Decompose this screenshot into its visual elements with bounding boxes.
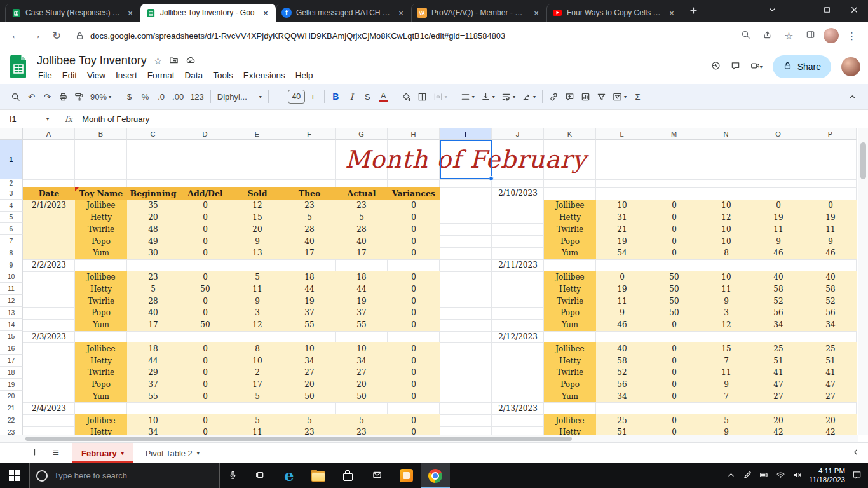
all-sheets-button[interactable]: ≡ bbox=[47, 444, 65, 462]
windows-ink-button[interactable] bbox=[743, 470, 752, 482]
value-cell[interactable]: 13 bbox=[231, 247, 283, 259]
value-cell[interactable]: 50 bbox=[179, 283, 231, 295]
sheet-tab-february[interactable]: February▾ bbox=[72, 443, 133, 463]
value-cell[interactable]: 18 bbox=[127, 342, 179, 355]
value-cell[interactable]: 20 bbox=[231, 223, 283, 235]
value-cell[interactable]: 0 bbox=[648, 247, 700, 259]
value-cell[interactable]: 28 bbox=[336, 223, 388, 235]
value-cell[interactable]: 10 bbox=[700, 235, 752, 247]
value-cell[interactable]: 0 bbox=[179, 295, 231, 307]
value-cell[interactable]: 0 bbox=[388, 247, 440, 259]
new-tab-button[interactable] bbox=[684, 3, 702, 20]
value-cell[interactable]: 40 bbox=[804, 271, 857, 283]
value-cell[interactable]: 0 bbox=[648, 355, 700, 367]
maximize-button[interactable] bbox=[813, 0, 841, 22]
row-header-1[interactable]: 1 bbox=[0, 140, 23, 179]
value-cell[interactable]: 20 bbox=[804, 414, 857, 426]
value-cell[interactable]: 0 bbox=[179, 426, 231, 435]
create-filter-button[interactable] bbox=[593, 88, 609, 105]
value-cell[interactable]: 29 bbox=[127, 367, 179, 379]
value-cell[interactable]: 3 bbox=[700, 307, 752, 319]
value-cell[interactable]: 0 bbox=[179, 391, 231, 403]
value-cell[interactable]: 5 bbox=[283, 212, 336, 224]
value-cell[interactable]: 19 bbox=[336, 295, 388, 307]
value-cell[interactable]: 0 bbox=[388, 223, 440, 235]
taskbar-app-edge[interactable]: e bbox=[275, 463, 304, 488]
table-header-cell[interactable]: Variances bbox=[388, 187, 440, 200]
value-cell[interactable]: 0 bbox=[388, 414, 440, 426]
value-cell[interactable]: 0 bbox=[648, 379, 700, 391]
text-rotation-button[interactable]: ▾ bbox=[519, 88, 539, 105]
value-cell[interactable]: 46 bbox=[752, 247, 804, 259]
value-cell[interactable]: 52 bbox=[752, 295, 804, 307]
value-cell[interactable]: 7 bbox=[700, 355, 752, 367]
value-cell[interactable]: 5 bbox=[231, 414, 283, 426]
row-header-17[interactable]: 17 bbox=[0, 355, 23, 367]
value-cell[interactable]: 12 bbox=[700, 212, 752, 224]
value-cell[interactable]: 0 bbox=[179, 342, 231, 355]
value-cell[interactable]: 21 bbox=[596, 223, 648, 235]
column-header-E[interactable]: E bbox=[231, 128, 283, 140]
value-cell[interactable]: 51 bbox=[804, 355, 857, 367]
value-cell[interactable]: 50 bbox=[283, 391, 336, 403]
value-cell[interactable]: 8 bbox=[700, 247, 752, 259]
borders-button[interactable] bbox=[414, 88, 430, 105]
sheets-logo-icon[interactable] bbox=[10, 55, 27, 81]
value-cell[interactable]: 0 bbox=[648, 212, 700, 224]
table-header-cell[interactable]: Beginning bbox=[127, 187, 179, 200]
value-cell[interactable]: 49 bbox=[127, 235, 179, 247]
action-center-button[interactable] bbox=[852, 470, 862, 482]
toy-name-cell[interactable]: Yum bbox=[75, 319, 127, 331]
value-cell[interactable]: 0 bbox=[179, 200, 231, 212]
bold-button[interactable]: B bbox=[328, 88, 344, 105]
table-header-cell[interactable]: Actual bbox=[336, 187, 388, 200]
reload-button[interactable]: ↻ bbox=[47, 26, 66, 45]
browser-profile-avatar[interactable] bbox=[824, 28, 839, 43]
value-cell[interactable]: 11 bbox=[596, 295, 648, 307]
value-cell[interactable]: 10 bbox=[231, 355, 283, 367]
tab-close-button[interactable]: × bbox=[261, 8, 271, 18]
value-cell[interactable]: 56 bbox=[804, 307, 857, 319]
taskbar-app-store[interactable] bbox=[333, 463, 362, 488]
decrease-font-size-button[interactable]: − bbox=[272, 88, 288, 105]
value-cell[interactable]: 0 bbox=[388, 200, 440, 212]
value-cell[interactable]: 25 bbox=[596, 414, 648, 426]
row-header-10[interactable]: 10 bbox=[0, 271, 23, 283]
value-cell[interactable]: 34 bbox=[804, 319, 857, 331]
toy-name-cell[interactable]: Hetty bbox=[75, 283, 127, 295]
toy-name-cell[interactable]: Jollibee bbox=[544, 342, 596, 355]
merge-cells-button[interactable]: ▾ bbox=[430, 88, 451, 105]
value-cell[interactable]: 0 bbox=[648, 414, 700, 426]
value-cell[interactable]: 47 bbox=[804, 379, 857, 391]
value-cell[interactable]: 0 bbox=[388, 235, 440, 247]
column-header-L[interactable]: L bbox=[596, 128, 648, 140]
network-indicator[interactable] bbox=[776, 470, 785, 482]
value-cell[interactable]: 35 bbox=[127, 200, 179, 212]
table-header-cell[interactable]: Toy Name bbox=[75, 187, 127, 200]
percent-format-button[interactable]: % bbox=[137, 88, 153, 105]
value-cell[interactable]: 25 bbox=[752, 342, 804, 355]
column-header-H[interactable]: H bbox=[388, 128, 440, 140]
value-cell[interactable]: 27 bbox=[752, 391, 804, 403]
value-cell[interactable]: 40 bbox=[127, 307, 179, 319]
dictation-button[interactable] bbox=[220, 463, 245, 488]
value-cell[interactable]: 44 bbox=[127, 355, 179, 367]
value-cell[interactable]: 55 bbox=[127, 391, 179, 403]
cloud-status-icon[interactable] bbox=[186, 55, 195, 67]
row-header-2[interactable]: 2 bbox=[0, 179, 23, 187]
value-cell[interactable]: 42 bbox=[752, 426, 804, 435]
value-cell[interactable]: 0 bbox=[388, 367, 440, 379]
table-header-cell[interactable]: Add/Del bbox=[179, 187, 231, 200]
column-header-K[interactable]: K bbox=[544, 128, 596, 140]
toy-name-cell[interactable]: Jollibee bbox=[544, 271, 596, 283]
vertical-align-button[interactable]: ▾ bbox=[478, 88, 498, 105]
spreadsheet-grid[interactable]: ABCDEFGHIJKLMNOP123456789101112131415161… bbox=[0, 128, 858, 435]
value-cell[interactable]: 0 bbox=[179, 379, 231, 391]
zoom-select[interactable]: 90%▾ bbox=[87, 88, 114, 105]
value-cell[interactable]: 27 bbox=[283, 367, 336, 379]
vertical-scrollbar-thumb[interactable] bbox=[860, 142, 866, 179]
value-cell[interactable]: 3 bbox=[231, 307, 283, 319]
toy-name-cell[interactable]: Jollibee bbox=[75, 271, 127, 283]
value-cell[interactable]: 0 bbox=[179, 271, 231, 283]
forward-button[interactable]: → bbox=[27, 26, 46, 45]
